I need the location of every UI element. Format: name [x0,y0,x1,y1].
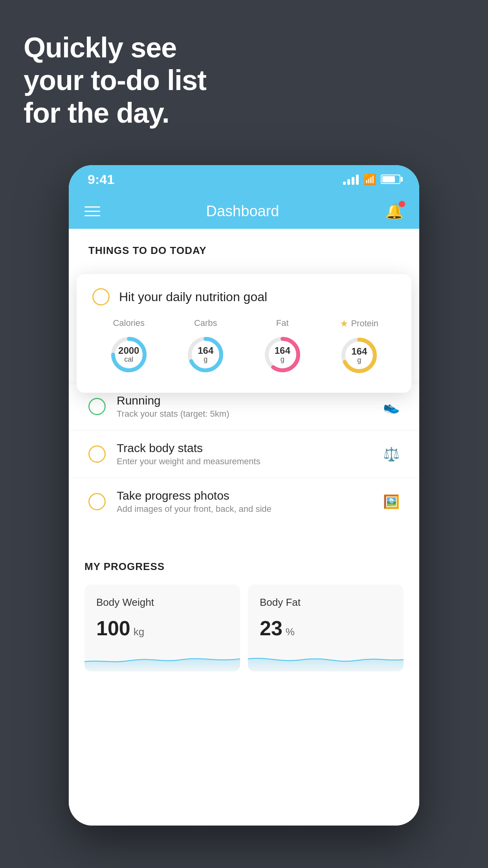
todo-subtitle-photos: Add images of your front, back, and side [117,504,372,514]
todo-list: Running Track your stats (target: 5km) 👟… [69,383,419,525]
fat-value: 164 [275,346,290,355]
todo-title-running: Running [117,394,372,407]
progress-cards: Body Weight 100 kg [84,585,404,671]
nutrition-circles: Calories 2000 cal Carbs [92,318,396,377]
todo-circle-running [88,398,106,415]
todo-circle-photos [88,493,106,510]
status-icons: 📶 [343,173,400,186]
fat-donut: 164 g [261,333,304,376]
shoe-icon: 👟 [383,399,400,414]
body-fat-unit: % [286,626,295,638]
protein-unit: g [351,356,367,364]
fat-label: Fat [276,318,289,328]
hero-text: Quickly see your to-do list for the day. [24,31,206,129]
notification-badge [399,201,405,207]
todo-text-body-stats: Track body stats Enter your weight and m… [117,441,372,467]
todo-text-photos: Take progress photos Add images of your … [117,489,372,514]
wifi-icon: 📶 [363,173,376,186]
progress-title: MY PROGRESS [84,561,404,573]
body-fat-card[interactable]: Body Fat 23 % [248,585,404,671]
hero-line1: Quickly see [24,31,206,64]
main-content: THINGS TO DO TODAY Hit your daily nutrit… [69,229,419,826]
scale-icon: ⚖️ [383,446,400,462]
carbs-unit: g [198,355,213,364]
protein-value: 164 [351,347,367,356]
todo-circle-body-stats [88,445,106,463]
things-title: THINGS TO DO TODAY [88,245,400,257]
body-weight-label: Body Weight [96,596,228,609]
app-header: Dashboard 🔔 [69,193,419,229]
protein-label: ★ Protein [340,318,378,329]
body-weight-value-row: 100 kg [96,616,228,640]
phone-mockup: 9:41 📶 Dashboard 🔔 [69,165,419,826]
carbs-label: Carbs [194,318,217,328]
protein-donut: 164 g [338,334,381,377]
todo-photos[interactable]: Take progress photos Add images of your … [69,478,419,525]
hero-line3: for the day. [24,97,206,129]
calories-circle: Calories 2000 cal [107,318,150,376]
body-fat-label: Body Fat [260,596,392,609]
body-fat-value: 23 [260,616,283,640]
body-weight-card[interactable]: Body Weight 100 kg [84,585,240,671]
todo-subtitle-body-stats: Enter your weight and measurements [117,456,372,467]
body-weight-chart [84,648,240,671]
notification-button[interactable]: 🔔 [385,202,404,220]
carbs-donut: 164 g [184,333,227,376]
status-bar: 9:41 📶 [69,165,419,193]
nutrition-card[interactable]: Hit your daily nutrition goal Calories 2… [77,274,411,393]
battery-icon [381,175,400,184]
fat-circle: Fat 164 g [261,318,304,376]
body-weight-unit: kg [134,626,144,638]
nutrition-checkbox[interactable] [92,288,110,305]
todo-text-running: Running Track your stats (target: 5km) [117,394,372,419]
nutrition-header: Hit your daily nutrition goal [92,288,396,305]
signal-icon [343,174,359,185]
calories-donut: 2000 cal [107,333,150,376]
things-section: THINGS TO DO TODAY [69,229,419,265]
carbs-value: 164 [198,346,213,355]
hero-line2: your to-do list [24,64,206,97]
todo-body-stats[interactable]: Track body stats Enter your weight and m… [69,430,419,478]
todo-title-body-stats: Track body stats [117,441,372,455]
progress-section: MY PROGRESS Body Weight 100 kg [69,541,419,683]
menu-button[interactable] [84,206,100,216]
star-icon: ★ [340,318,349,329]
body-fat-chart [248,648,404,671]
photo-icon: 🖼️ [383,494,400,509]
todo-subtitle-running: Track your stats (target: 5km) [117,409,372,419]
protein-circle: ★ Protein 164 g [338,318,381,377]
body-weight-value: 100 [96,616,130,640]
calories-value: 2000 [118,346,139,355]
carbs-circle: Carbs 164 g [184,318,227,376]
todo-title-photos: Take progress photos [117,489,372,502]
status-time: 9:41 [88,172,114,187]
body-fat-value-row: 23 % [260,616,392,640]
header-title: Dashboard [206,203,279,220]
calories-label: Calories [113,318,145,328]
fat-unit: g [275,355,290,364]
calories-unit: cal [118,355,139,364]
nutrition-title: Hit your daily nutrition goal [119,290,267,304]
